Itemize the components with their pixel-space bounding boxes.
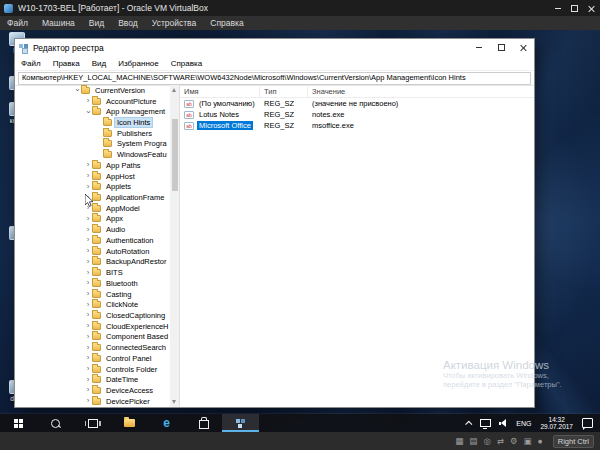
chevron-icon[interactable]: › [84, 215, 92, 223]
language-indicator[interactable]: ENG [512, 414, 535, 432]
tree-item[interactable]: System Progra [15, 139, 170, 150]
tree-item[interactable]: › ConnectedSearch [15, 342, 170, 353]
scroll-up-icon[interactable] [172, 88, 176, 92]
registry-value-row[interactable]: ab (По умолчанию) REG_SZ (значение не пр… [180, 98, 534, 109]
chevron-icon[interactable]: › [84, 204, 92, 212]
tree-item[interactable]: › Bluetooth [15, 278, 170, 289]
vm-status-icon[interactable]: ⇄ [497, 437, 504, 446]
regedit-close-button[interactable] [512, 39, 534, 56]
regedit-menu-item[interactable]: Правка [47, 59, 86, 68]
tree-item[interactable]: Icon Hints [15, 117, 170, 128]
regedit-minimize-button[interactable] [468, 39, 490, 56]
chevron-icon[interactable]: › [84, 365, 92, 373]
vm-status-icon[interactable]: ▦ [455, 437, 463, 446]
tree-item[interactable]: › ClosedCaptioning [15, 310, 170, 321]
regedit-menu-item[interactable]: Избранное [112, 59, 165, 68]
vm-status-icon[interactable]: ◎ [483, 437, 490, 446]
edge-button[interactable]: e [148, 414, 185, 432]
tree-item[interactable]: › AccountPicture [15, 96, 170, 107]
taskbar-clock[interactable]: 14:32 29.07.2017 [535, 416, 578, 431]
tree-item[interactable]: › CurrentVersion [15, 85, 170, 96]
vm-status-icon[interactable]: ● [538, 437, 543, 446]
tree-scrollbar[interactable] [170, 85, 179, 407]
chevron-icon[interactable]: › [84, 386, 92, 394]
tree-item[interactable]: › ClickNote [15, 299, 170, 310]
chevron-icon[interactable]: › [84, 397, 92, 405]
regedit-menu-item[interactable]: Справка [165, 59, 208, 68]
tree-item[interactable]: › App Management [15, 106, 170, 117]
chevron-icon[interactable]: › [73, 86, 81, 94]
tree-item[interactable]: › Casting [15, 289, 170, 300]
action-center-button[interactable] [578, 414, 597, 432]
chevron-icon[interactable]: › [84, 194, 92, 202]
chevron-icon[interactable]: › [84, 161, 92, 169]
column-header-name[interactable]: Имя [180, 85, 260, 97]
registry-value-row[interactable]: ab Microsoft Office REG_SZ msoffice.exe [180, 120, 534, 131]
column-header-type[interactable]: Тип [260, 85, 308, 97]
tray-overflow-button[interactable] [463, 414, 476, 432]
vbox-maximize-button[interactable] [566, 0, 583, 16]
chevron-icon[interactable]: › [84, 236, 92, 244]
vm-status-icon[interactable]: ▣ [524, 437, 532, 446]
chevron-icon[interactable]: › [84, 247, 92, 255]
task-view-button[interactable] [74, 414, 111, 432]
vm-status-icon[interactable]: ⚙ [510, 437, 518, 446]
volume-tray-button[interactable] [495, 414, 512, 432]
vbox-menu-item[interactable]: Файл [0, 16, 35, 30]
tree-item[interactable]: › Applets [15, 181, 170, 192]
chevron-icon[interactable]: › [84, 354, 92, 362]
chevron-icon[interactable]: › [84, 301, 92, 309]
tree-item[interactable]: › AppHost [15, 171, 170, 182]
network-tray-button[interactable] [476, 414, 495, 432]
regedit-maximize-button[interactable] [490, 39, 512, 56]
vbox-menu-item[interactable]: Справка [203, 16, 250, 30]
column-header-value[interactable]: Значение [308, 85, 534, 97]
registry-value-row[interactable]: ab Lotus Notes REG_SZ notes.exe [180, 109, 534, 120]
chevron-icon[interactable]: › [84, 269, 92, 277]
regedit-taskbar-button[interactable] [222, 414, 259, 432]
tree-item[interactable]: › ApplicationFrame [15, 192, 170, 203]
chevron-icon[interactable]: › [84, 344, 92, 352]
start-button[interactable] [0, 414, 37, 432]
vbox-menu-item[interactable]: Устройства [145, 16, 203, 30]
vbox-minimize-button[interactable] [549, 0, 566, 16]
regedit-menu-item[interactable]: Вид [86, 59, 112, 68]
tree-item[interactable]: › Control Panel [15, 353, 170, 364]
tree-item[interactable]: › Authentication [15, 235, 170, 246]
chevron-icon[interactable]: › [84, 311, 92, 319]
scrollbar-thumb[interactable] [172, 119, 178, 191]
tree-item[interactable]: › Component Based [15, 332, 170, 343]
tree-item[interactable]: › DateTime [15, 374, 170, 385]
tree-item[interactable]: › App Paths [15, 160, 170, 171]
chevron-icon[interactable]: › [84, 290, 92, 298]
chevron-icon[interactable]: › [84, 172, 92, 180]
tree-item[interactable]: › AppModel [15, 203, 170, 214]
tree-item[interactable]: › DeviceAccess [15, 385, 170, 396]
search-button[interactable] [37, 414, 74, 432]
store-button[interactable] [185, 414, 222, 432]
registry-path-input[interactable]: Компьютер\HKEY_LOCAL_MACHINE\SOFTWARE\WO… [18, 72, 531, 85]
vbox-menu-item[interactable]: Вид [82, 16, 111, 30]
chevron-icon[interactable]: › [84, 258, 92, 266]
chevron-icon[interactable]: › [84, 226, 92, 234]
vbox-close-button[interactable] [583, 0, 600, 16]
chevron-icon[interactable]: › [84, 108, 92, 116]
tree-item[interactable]: WindowsFeatu [15, 149, 170, 160]
tree-item[interactable]: › BITS [15, 267, 170, 278]
chevron-icon[interactable]: › [84, 183, 92, 191]
tree-item[interactable]: › Appx [15, 214, 170, 225]
tree-item[interactable]: › AutoRotation [15, 246, 170, 257]
chevron-icon[interactable]: › [84, 322, 92, 330]
vbox-menu-item[interactable]: Ввод [111, 16, 145, 30]
chevron-icon[interactable]: › [84, 97, 92, 105]
tree-item[interactable]: Publishers [15, 128, 170, 139]
regedit-menu-item[interactable]: Файл [15, 59, 47, 68]
tree-item[interactable]: › CloudExperienceH [15, 321, 170, 332]
chevron-icon[interactable]: › [84, 279, 92, 287]
chevron-icon[interactable]: › [84, 376, 92, 384]
tree-item[interactable]: › Controls Folder [15, 364, 170, 375]
scroll-down-icon[interactable] [172, 400, 176, 404]
chevron-icon[interactable]: › [84, 333, 92, 341]
tree-item[interactable]: › DevicePicker [15, 396, 170, 407]
tree-item[interactable]: › BackupAndRestor [15, 257, 170, 268]
